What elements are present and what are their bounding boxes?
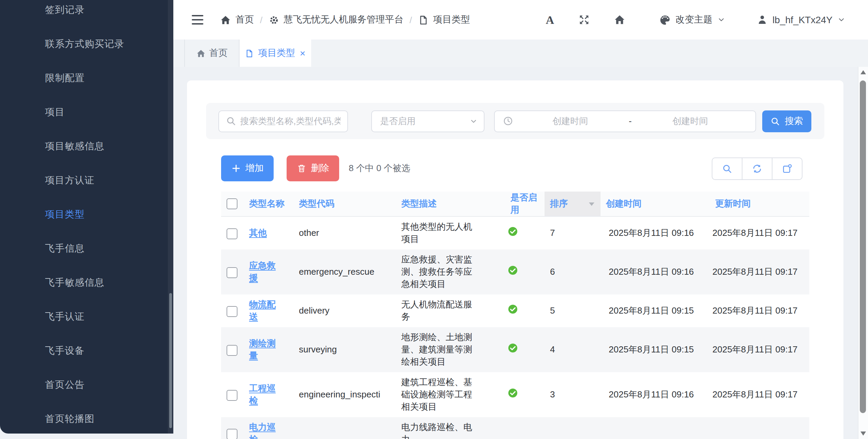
enabled-select-placeholder: 是否启用 xyxy=(380,115,416,127)
sidebar-item-label: 限制配置 xyxy=(45,72,85,85)
theme-menu[interactable]: 改变主题 xyxy=(659,14,725,26)
user-menu[interactable]: lb_hf_KTx24Y xyxy=(757,14,845,25)
tab-home[interactable]: 首页 xyxy=(184,40,240,67)
delete-button[interactable]: 删除 xyxy=(287,155,339,181)
sidebar-item-13[interactable]: 首页轮播图 xyxy=(0,402,173,434)
user-icon xyxy=(757,14,768,25)
font-size-button[interactable]: A xyxy=(546,14,554,26)
sidebar-item-5[interactable]: 项目敏感信息 xyxy=(0,130,173,164)
tablet-icon xyxy=(26,346,37,357)
sidebar-scrollbar-thumb[interactable] xyxy=(169,293,172,428)
column-header-enabled[interactable]: 是否启用 xyxy=(505,192,545,216)
column-header-updated[interactable]: 更新时间 xyxy=(710,192,809,216)
sidebar-item-label: 项目 xyxy=(45,106,65,119)
select-all-checkbox[interactable] xyxy=(227,199,237,210)
cell-created: 2025年8月11日 09:15 xyxy=(601,327,710,372)
breadcrumb: 首页 / 慧飞无忧无人机服务管理平台 / 项目类型 xyxy=(220,14,470,26)
database-icon xyxy=(26,141,37,152)
cell-type-code xyxy=(293,417,396,439)
column-header-checkbox xyxy=(221,192,244,216)
cell-created: 2025年8月11日 09:15 xyxy=(601,294,710,327)
sidebar-item-2[interactable]: 联系方式购买记录 xyxy=(0,27,173,61)
type-name-link[interactable]: 应急救援 xyxy=(249,260,276,283)
sidebar-item-4[interactable]: 项目 xyxy=(0,95,173,130)
row-checkbox[interactable] xyxy=(227,345,237,355)
scroll-down-button[interactable] xyxy=(860,432,866,436)
export-button[interactable] xyxy=(772,158,802,179)
column-header-name[interactable]: 类型名称 xyxy=(244,192,293,216)
home-icon xyxy=(26,380,37,391)
column-search-button[interactable] xyxy=(712,158,742,179)
cell-type-code: delivery xyxy=(293,294,396,327)
type-name-link[interactable]: 工程巡检 xyxy=(249,383,276,406)
sidebar-item-3[interactable]: 限制配置 xyxy=(0,61,173,95)
home-icon xyxy=(220,15,231,25)
search-field[interactable] xyxy=(218,110,348,132)
close-icon[interactable]: × xyxy=(300,48,305,58)
refresh-button[interactable] xyxy=(742,158,772,179)
column-header-created[interactable]: 创建时间 xyxy=(601,192,710,216)
scroll-up-button[interactable] xyxy=(860,70,866,74)
tab-project-type[interactable]: 项目类型 × xyxy=(240,40,311,67)
column-header-code[interactable]: 类型代码 xyxy=(293,192,396,216)
sidebar-item-label: 签到记录 xyxy=(45,4,85,16)
enabled-select[interactable]: 是否启用 xyxy=(371,110,484,132)
cell-sort xyxy=(545,417,601,439)
home-button[interactable] xyxy=(614,14,625,25)
sidebar-scrollbar[interactable] xyxy=(168,0,173,434)
sidebar-item-7[interactable]: 项目类型 xyxy=(0,198,173,232)
cell-type-name: 测绘测量 xyxy=(244,327,293,372)
sidebar-item-9[interactable]: 飞手敏感信息 xyxy=(0,266,173,300)
sidebar-item-10[interactable]: 飞手认证 xyxy=(0,300,173,334)
sidebar-item-6[interactable]: 项目方认证 xyxy=(0,164,173,198)
main-scrollbar[interactable] xyxy=(858,67,868,439)
type-name-link[interactable]: 电力巡检 xyxy=(249,422,276,439)
tab-label: 首页 xyxy=(209,47,228,59)
tab-bar: 首页 项目类型 × xyxy=(173,40,868,67)
circle-icon xyxy=(26,107,37,118)
row-checkbox[interactable] xyxy=(227,428,237,439)
cell-sort: 3 xyxy=(545,372,601,417)
row-checkbox[interactable] xyxy=(227,267,237,278)
type-name-link[interactable]: 物流配送 xyxy=(249,299,276,322)
column-header-desc[interactable]: 类型描述 xyxy=(396,192,505,216)
sidebar-toggle-button[interactable] xyxy=(192,15,203,24)
enabled-check-icon xyxy=(508,388,518,398)
row-checkbox[interactable] xyxy=(227,306,237,317)
cell-type-name: 电力巡检 xyxy=(244,417,293,439)
sidebar-item-11[interactable]: 飞手设备 xyxy=(0,334,173,368)
sidebar-item-8[interactable]: 飞手信息 xyxy=(0,232,173,266)
cell-type-code: emergency_rescue xyxy=(293,249,396,294)
search-input[interactable] xyxy=(240,116,341,126)
cell-enabled xyxy=(505,372,545,417)
row-checkbox[interactable] xyxy=(227,228,237,239)
search-button[interactable]: 搜索 xyxy=(762,110,811,132)
cell-type-name: 工程巡检 xyxy=(244,372,293,417)
cell-updated: 2025年8月11日 09:17 xyxy=(710,327,809,372)
file-icon xyxy=(245,49,254,58)
add-button[interactable]: 增加 xyxy=(221,155,274,181)
row-checkbox[interactable] xyxy=(227,390,237,400)
breadcrumb-platform[interactable]: 慧飞无忧无人机服务管理平台 xyxy=(269,14,403,26)
type-name-link[interactable]: 测绘测量 xyxy=(249,338,276,361)
cell-type-name: 应急救援 xyxy=(244,249,293,294)
selection-summary: 8 个中 0 个被选 xyxy=(349,162,410,175)
header-actions: A 改变主题 lb_hf_KTx24Y xyxy=(546,14,845,26)
sidebar-item-12[interactable]: 首页公告 xyxy=(0,368,173,402)
column-header-label: 类型名称 xyxy=(249,198,285,209)
sidebar-item-1[interactable]: 签到记录 xyxy=(0,0,173,27)
breadcrumb-home[interactable]: 首页 xyxy=(220,14,254,26)
cell-checkbox xyxy=(221,417,244,439)
breadcrumb-current[interactable]: 项目类型 xyxy=(418,14,470,26)
enabled-check-icon xyxy=(508,265,518,275)
fullscreen-button[interactable] xyxy=(579,14,590,25)
main-scrollbar-thumb[interactable] xyxy=(860,80,866,413)
date-end-placeholder: 创建时间 xyxy=(633,115,747,127)
date-range-picker[interactable]: 创建时间 - 创建时间 xyxy=(494,110,756,132)
cell-type-code: engineering_inspecti xyxy=(293,372,396,417)
cell-enabled xyxy=(505,294,545,327)
type-name-link[interactable]: 其他 xyxy=(249,228,267,238)
breadcrumb-separator: / xyxy=(409,15,412,25)
filter-bar: 是否启用 创建时间 - 创建时间 搜索 xyxy=(206,103,824,139)
column-header-sort[interactable]: 排序 xyxy=(545,192,601,216)
